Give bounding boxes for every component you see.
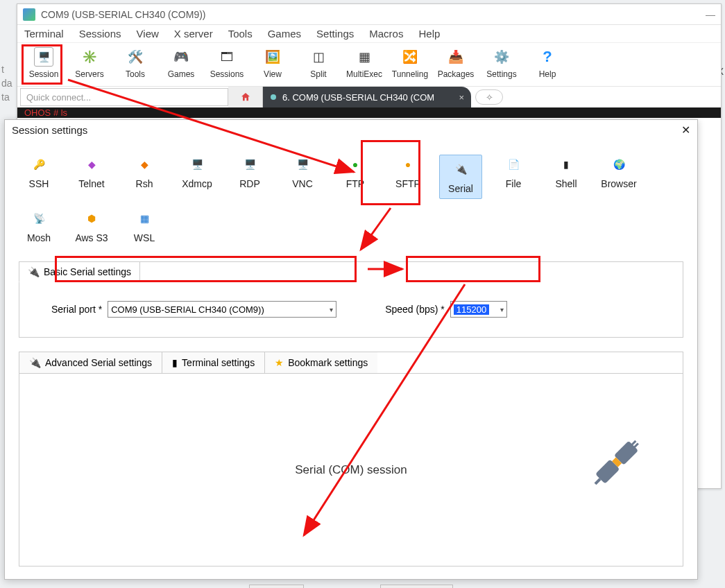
menu-xserver[interactable]: X server [174, 28, 213, 40]
new-tab-button[interactable]: ✧ [475, 89, 503, 105]
tab-advanced-serial[interactable]: 🔌Advanced Serial settings [19, 352, 162, 373]
dialog-buttons: OK Cancel [5, 585, 697, 588]
background-text: tdata [0, 62, 12, 104]
minimize-button[interactable]: — [706, 9, 715, 20]
tunneling-icon: 🔀 [400, 47, 420, 67]
ok-button[interactable]: OK [249, 585, 305, 588]
proto-serial[interactable]: 🔌Serial [439, 155, 482, 199]
globe-icon: 🌍 [609, 155, 629, 174]
cancel-button[interactable]: Cancel [380, 585, 453, 588]
window-controls: — [706, 9, 715, 20]
file-icon: 📄 [504, 155, 523, 174]
wsl-icon: ▦ [135, 209, 154, 228]
proto-wsl[interactable]: ▦WSL [123, 209, 166, 243]
proto-file[interactable]: 📄File [492, 155, 535, 199]
toolbar-view[interactable]: 🖼️View [252, 47, 293, 79]
speed-field: Speed (bps) * 115200 ▾ [385, 301, 507, 318]
proto-shell[interactable]: ▮Shell [545, 155, 588, 199]
vnc-icon: 🖥️ [293, 155, 312, 174]
home-icon [240, 92, 251, 103]
menu-macros[interactable]: Macros [369, 28, 403, 40]
proto-awss3[interactable]: ⬢Aws S3 [70, 209, 113, 243]
tab-label: 6. COM9 (USB-SERIAL CH340 (COM [282, 92, 434, 103]
serial-port-combo[interactable]: COM9 (USB-SERIAL CH340 (COM9)) ▾ [108, 301, 336, 318]
toolbar-settings[interactable]: ⚙️Settings [481, 47, 522, 79]
packages-icon: 📥 [446, 47, 466, 67]
rsh-icon: ◆ [135, 155, 154, 174]
help-icon: ? [538, 47, 557, 67]
speed-combo[interactable]: 115200 ▾ [450, 301, 507, 318]
proto-rdp[interactable]: 🖥️RDP [228, 155, 271, 199]
app-logo-icon [23, 8, 35, 21]
menu-tools[interactable]: Tools [228, 28, 253, 40]
dialog-close-icon[interactable]: ✕ [681, 123, 690, 137]
titlebar: COM9 (USB-SERIAL CH340 (COM9)) — [17, 4, 721, 25]
tab-strip: Quick connect... 6. COM9 (USB-SERIAL CH3… [17, 87, 721, 107]
window-title: COM9 (USB-SERIAL CH340 (COM9)) [41, 9, 206, 20]
ftp-icon: ● [346, 155, 365, 174]
tab-terminal-settings[interactable]: ▮Terminal settings [162, 352, 265, 373]
proto-browser[interactable]: 🌍Browser [597, 155, 640, 199]
proto-vnc[interactable]: 🖥️VNC [281, 155, 324, 199]
toolbar-games[interactable]: 🎮Games [160, 47, 202, 79]
tab-com9[interactable]: 6. COM9 (USB-SERIAL CH340 (COM × [263, 87, 471, 107]
menu-view[interactable]: View [137, 28, 159, 40]
toolbar-tunneling[interactable]: 🔀Tunneling [389, 47, 431, 79]
speed-value: 115200 [454, 304, 489, 315]
dialog-titlebar: Session settings ✕ [5, 120, 697, 139]
tab-bookmark-settings[interactable]: ★Bookmark settings [265, 352, 377, 373]
dialog-title: Session settings [12, 124, 87, 136]
serial-plug-art-icon [592, 439, 655, 501]
menubar: Terminal Sessions View X server Tools Ga… [17, 25, 721, 43]
menu-settings[interactable]: Settings [316, 28, 354, 40]
toolbar-tools[interactable]: 🛠️Tools [114, 47, 156, 79]
toolbar-split[interactable]: ◫Split [298, 47, 339, 79]
proto-rsh[interactable]: ◆Rsh [123, 155, 166, 199]
shell-icon: ▮ [556, 155, 576, 174]
serial-port-field: Serial port * COM9 (USB-SERIAL CH340 (CO… [51, 301, 336, 318]
proto-xdmcp[interactable]: 🖥️Xdmcp [176, 155, 219, 199]
toolbar-help[interactable]: ?Help [527, 47, 568, 79]
serial-port-label: Serial port * [51, 304, 102, 315]
proto-sftp[interactable]: ●SFTP [386, 155, 429, 199]
menu-help[interactable]: Help [418, 28, 440, 40]
rdp-icon: 🖥️ [240, 155, 259, 174]
tab-close-icon[interactable]: × [459, 92, 464, 103]
proto-telnet[interactable]: ◆Telnet [70, 155, 113, 199]
basic-serial-tab[interactable]: 🔌 Basic Serial settings [19, 261, 140, 282]
toolbar-multiexec[interactable]: ▦MultiExec [343, 47, 385, 79]
protocol-row: 🔑SSH ◆Telnet ◆Rsh 🖥️Xdmcp 🖥️RDP 🖥️VNC ●F… [5, 139, 697, 256]
multiexec-icon: ▦ [355, 47, 374, 67]
session-type-label: Serial (COM) session [295, 463, 407, 477]
plug-small-icon: 🔌 [29, 357, 41, 368]
svg-rect-6 [595, 478, 602, 485]
advanced-body: Serial (COM) session [19, 374, 683, 567]
serial-port-value: COM9 (USB-SERIAL CH340 (COM9)) [111, 304, 264, 315]
toolbar-session[interactable]: 🖥️Session [23, 47, 65, 79]
chevron-down-icon: ▾ [330, 306, 333, 313]
games-icon: 🎮 [171, 47, 191, 67]
menu-sessions[interactable]: Sessions [79, 28, 121, 40]
plug-icon: 🔌 [451, 159, 470, 179]
servers-icon: ✳️ [80, 47, 99, 67]
sftp-icon: ● [398, 155, 418, 174]
xdmcp-icon: 🖥️ [187, 155, 207, 174]
proto-ssh[interactable]: 🔑SSH [17, 155, 60, 199]
home-tab[interactable] [228, 87, 263, 107]
view-icon: 🖼️ [263, 47, 282, 67]
quick-connect-input[interactable]: Quick connect... [20, 88, 228, 106]
svg-point-0 [271, 94, 276, 100]
proto-mosh[interactable]: 📡Mosh [17, 209, 60, 243]
toolbar-servers[interactable]: ✳️Servers [69, 47, 110, 79]
split-icon: ◫ [309, 47, 328, 67]
menu-games[interactable]: Games [268, 28, 301, 40]
proto-ftp[interactable]: ●FTP [334, 155, 377, 199]
toolbar-sessions[interactable]: 🗔Sessions [206, 47, 248, 79]
menu-terminal[interactable]: Terminal [24, 28, 64, 40]
basic-serial-panel: 🔌 Basic Serial settings Serial port * CO… [19, 261, 683, 338]
monitor-icon: 🖥️ [34, 47, 53, 67]
star-icon: ★ [275, 357, 284, 368]
aws-icon: ⬢ [82, 209, 101, 228]
sessions-icon: 🗔 [217, 47, 237, 67]
toolbar-packages[interactable]: 📥Packages [435, 47, 477, 79]
